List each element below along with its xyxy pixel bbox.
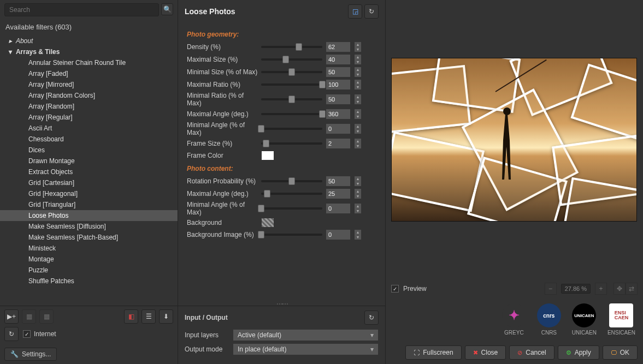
search-input[interactable] <box>4 3 159 16</box>
input-layers-dropdown[interactable]: Active (default) <box>233 329 379 341</box>
reset-params-button[interactable]: ↻ <box>364 4 379 19</box>
filter-title: Loose Photos <box>185 7 348 16</box>
tree-item[interactable]: Array [Mirrored] <box>0 79 178 90</box>
tree-item[interactable]: Extract Objects <box>0 166 178 177</box>
preview-image[interactable] <box>391 58 637 222</box>
left-panel: 🔍 Available filters (603) ▸ About▾ Array… <box>0 0 178 364</box>
param-spinner[interactable]: ▲▼ <box>354 109 362 120</box>
preview-checkbox[interactable] <box>391 285 399 293</box>
param-spinner[interactable]: ▲▼ <box>354 229 362 240</box>
param-spinner[interactable]: ▲▼ <box>354 176 362 187</box>
tree-item[interactable]: Array [Random Colors] <box>0 90 178 101</box>
param-value[interactable] <box>326 138 351 149</box>
param-spinner[interactable]: ▲▼ <box>354 203 362 214</box>
param-spinner[interactable]: ▲▼ <box>354 67 362 77</box>
palette-button[interactable]: ◧ <box>124 309 138 324</box>
param-spinner[interactable]: ▲▼ <box>354 54 362 65</box>
tree-item[interactable]: Array [Regular] <box>0 112 178 123</box>
tree-item[interactable]: Ascii Art <box>0 123 178 134</box>
param-slider[interactable] <box>261 128 322 130</box>
logo-ensicaen: ENSICAEN <box>607 330 635 336</box>
settings-label: Settings... <box>22 350 51 358</box>
params-scroll[interactable]: Photo geometry:Density (%)▲▼Maximal Size… <box>178 23 385 302</box>
param-value[interactable] <box>326 229 351 240</box>
download-button[interactable]: ⬇ <box>159 309 173 324</box>
cnrs-logo-icon: cnrs <box>537 303 561 327</box>
param-slider[interactable] <box>261 234 322 236</box>
param-spinner[interactable]: ▲▼ <box>354 138 362 149</box>
param-value[interactable] <box>326 123 351 134</box>
zoom-value[interactable]: 27.86 % <box>561 284 591 294</box>
tree-item[interactable]: Grid [Cartesian] <box>0 177 178 188</box>
tree-item[interactable]: Puzzle <box>0 265 178 276</box>
tree-item[interactable]: Array [Random] <box>0 101 178 112</box>
io-reset-button[interactable]: ↻ <box>364 311 379 325</box>
tree-item[interactable]: Drawn Montage <box>0 156 178 166</box>
param-label: Minimal Angle (% of Max) <box>187 121 258 136</box>
search-button[interactable]: 🔍 <box>161 3 173 15</box>
param-value[interactable] <box>326 188 351 199</box>
param-value[interactable] <box>326 176 351 187</box>
filter-tree[interactable]: ▸ About▾ Arrays & TilesAnnular Steiner C… <box>0 34 178 306</box>
param-slider[interactable] <box>261 83 322 86</box>
param-spinner[interactable]: ▲▼ <box>354 188 362 199</box>
tree-item[interactable]: Grid [Hexagonal] <box>0 188 178 199</box>
ok-button[interactable]: 🖵OK <box>603 345 638 360</box>
refresh-button[interactable]: ↻ <box>4 327 19 341</box>
tree-item[interactable]: Dices <box>0 145 178 156</box>
param-slider[interactable] <box>261 71 322 73</box>
add-filter-button[interactable]: ▶+ <box>4 309 19 324</box>
param-slider[interactable] <box>261 142 322 145</box>
param-slider[interactable] <box>261 193 322 195</box>
param-slider[interactable] <box>261 180 322 182</box>
settings-button[interactable]: 🔧 Settings... <box>4 348 57 361</box>
fullscreen-button[interactable]: ⛶Fullscreen <box>405 345 461 360</box>
param-spinner[interactable]: ▲▼ <box>354 94 362 105</box>
param-value[interactable] <box>326 203 351 214</box>
tree-item[interactable]: Chessboard <box>0 134 178 145</box>
close-button[interactable]: ✖Close <box>465 345 506 360</box>
tree-item[interactable]: Loose Photos <box>0 210 178 221</box>
param-slider[interactable] <box>261 98 322 100</box>
output-mode-dropdown[interactable]: In place (default) <box>233 343 379 355</box>
tree-about[interactable]: ▸ About <box>0 35 178 46</box>
nav-center-button[interactable]: ✥ <box>613 283 626 295</box>
tree-item[interactable]: Make Seamless [Patch-Based] <box>0 232 178 243</box>
param-label: Frame Color <box>187 152 258 159</box>
cancel-button[interactable]: ⊘Cancel <box>509 345 554 360</box>
logo-greyc: GREYC <box>504 330 524 336</box>
output-mode-label: Output mode <box>185 345 228 353</box>
zoom-out-button[interactable]: − <box>545 283 557 295</box>
param-slider[interactable] <box>261 207 322 210</box>
tree-item[interactable]: Array [Faded] <box>0 68 178 79</box>
nav-swap-button[interactable]: ⇄ <box>626 283 638 295</box>
tree-item[interactable]: Shuffle Patches <box>0 276 178 287</box>
tree-item[interactable]: Montage <box>0 254 178 265</box>
param-spinner[interactable]: ▲▼ <box>354 41 362 52</box>
param-value[interactable] <box>326 94 351 105</box>
param-value[interactable] <box>326 41 351 52</box>
param-value[interactable] <box>326 109 351 120</box>
tree-category[interactable]: ▾ Arrays & Tiles <box>0 46 178 57</box>
param-spinner[interactable]: ▲▼ <box>354 123 362 134</box>
tree-item[interactable]: Make Seamless [Diffusion] <box>0 221 178 232</box>
list-button[interactable]: ☰ <box>141 309 156 324</box>
tree-item[interactable]: Ministeck <box>0 243 178 254</box>
tree-item[interactable]: Annular Steiner Chain Round Tile <box>0 57 178 68</box>
apply-button[interactable]: ⚙Apply <box>558 345 599 360</box>
param-value[interactable] <box>326 54 351 65</box>
param-value[interactable] <box>326 79 351 90</box>
param-slider[interactable] <box>261 46 322 48</box>
param-value[interactable] <box>326 67 351 77</box>
tree-item[interactable]: Grid [Triangular] <box>0 199 178 210</box>
param-slider[interactable] <box>261 58 322 61</box>
internet-checkbox[interactable] <box>23 330 31 338</box>
background-swatch[interactable] <box>261 218 274 228</box>
wrench-icon: 🔧 <box>10 350 19 358</box>
param-spinner[interactable]: ▲▼ <box>354 79 362 90</box>
reset-icon: ↻ <box>369 8 374 15</box>
expand-button[interactable]: ◲ <box>348 4 362 19</box>
param-slider[interactable] <box>261 113 322 115</box>
frame-color-swatch[interactable] <box>261 151 274 160</box>
zoom-in-button[interactable]: + <box>595 283 607 295</box>
